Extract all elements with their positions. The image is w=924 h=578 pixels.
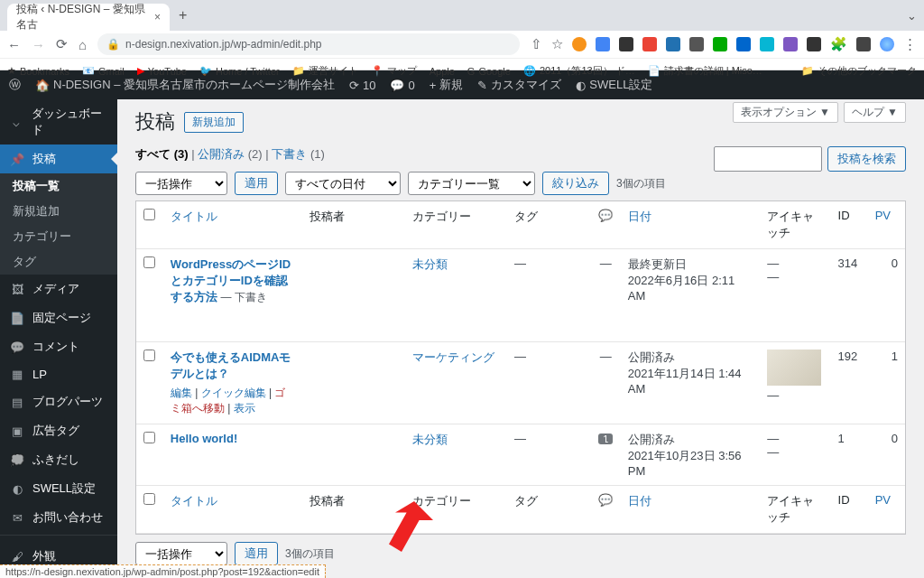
table-row: WordPressのページIDとカテゴリーIDを確認する方法 — 下書き 未分類… [136,249,905,342]
category-link[interactable]: 未分類 [412,257,448,271]
date-filter-select[interactable]: すべての日付 [285,172,401,195]
ext-icon[interactable] [856,37,871,51]
bookmark[interactable]: Apple [430,66,455,77]
reload-icon[interactable]: ⟳ [56,36,68,52]
filter-button[interactable]: 絞り込み [542,172,609,195]
bookmark[interactable]: ★ Bookmarks [7,65,69,77]
sidebar-item-ad-tag[interactable]: ▣広告タグ [0,416,117,445]
window-minimize-icon[interactable]: ⌄ [907,9,917,23]
submenu-add-new[interactable]: 新規追加 [0,199,117,224]
category-link[interactable]: マーケティング [412,350,494,364]
filter-draft[interactable]: 下書き [272,147,307,161]
back-icon[interactable]: ← [7,37,21,52]
submenu-tags[interactable]: タグ [0,249,117,275]
star-icon[interactable]: ☆ [551,36,563,52]
thumbnail [767,350,821,386]
comments-link[interactable]: 💬 0 [390,79,414,92]
quick-edit-link[interactable]: クイック編集 [201,387,266,399]
ext-icon[interactable] [596,37,610,51]
col-title[interactable]: タイトル [163,201,303,249]
url-bar[interactable]: 🔒 n-design.nexivation.jp/wp-admin/edit.p… [97,33,520,55]
bookmark[interactable]: 📍 マップ [371,64,417,78]
bookmark-folder[interactable]: 📁 運営サイト [292,64,358,78]
col-title[interactable]: タイトル [163,486,303,534]
comment-count[interactable]: 1 [598,434,613,444]
puzzle-icon[interactable]: 🧩 [830,36,847,52]
filter-all[interactable]: すべて (3) [135,147,189,161]
sidebar-item-lp[interactable]: ▦LP [0,361,117,387]
category-filter-select[interactable]: カテゴリー一覧 [408,172,535,195]
select-all-checkbox-bottom[interactable] [143,493,155,505]
bookmark[interactable]: G Google [467,66,511,77]
ext-icon[interactable] [783,37,798,51]
category-link[interactable]: 未分類 [412,433,448,446]
bookmark[interactable]: 🌐 2011（第13回） ド… [523,64,635,78]
sidebar-item-swell[interactable]: ◐SWELL設定 [0,474,117,503]
help-button[interactable]: ヘルプ ▼ [844,102,906,123]
ext-icon[interactable] [736,37,751,51]
home-icon[interactable]: ⌂ [79,37,87,52]
sidebar-item-posts[interactable]: 📌投稿 [0,144,117,173]
add-new-button[interactable]: 新規追加 [184,112,244,133]
sidebar-item-comments[interactable]: 💬コメント [0,332,117,361]
share-icon[interactable]: ⇧ [531,36,542,52]
sidebar-item-pages[interactable]: 📄固定ページ [0,303,117,332]
bookmark[interactable]: 📧 Gmail [82,65,125,77]
avatar[interactable] [880,37,894,51]
row-checkbox[interactable] [143,350,155,361]
col-pv[interactable]: PV [868,486,905,534]
col-date[interactable]: 日付 [621,201,761,249]
bulk-action-select-bottom[interactable]: 一括操作 [135,542,227,565]
screen-options-button[interactable]: 表示オプション ▼ [733,102,838,123]
apply-button-bottom[interactable]: 適用 [235,542,278,565]
row-checkbox[interactable] [143,432,155,443]
edit-link[interactable]: 編集 [171,387,192,399]
browser-tab[interactable]: 投稿 ‹ N-DESIGN – 愛知県名古 × [7,4,170,31]
ext-icon[interactable] [807,37,821,51]
ext-icon[interactable] [713,37,727,51]
sidebar-item-media[interactable]: 🖾メディア [0,275,117,303]
bookmark[interactable]: 🐦 Home / Twitter [199,65,280,77]
sidebar-item-dashboard[interactable]: ⌵ダッシュボード [0,99,117,144]
apply-button[interactable]: 適用 [235,172,278,195]
bookmark[interactable]: 📄 請求書の詳細 | Miso… [648,64,762,78]
col-pv[interactable]: PV [868,201,905,249]
sidebar-item-blog-parts[interactable]: ▤ブログパーツ [0,387,117,416]
new-tab-button[interactable]: + [179,7,187,23]
submenu-categories[interactable]: カテゴリー [0,224,117,249]
ext-icon[interactable] [760,37,774,51]
ext-icon[interactable] [689,37,704,51]
select-all-checkbox[interactable] [143,209,155,220]
bulk-action-select[interactable]: 一括操作 [135,172,227,195]
sidebar-item-fukidashi[interactable]: 💭ふきだし [0,445,117,474]
col-comments[interactable]: 💬 [591,486,621,534]
row-checkbox[interactable] [143,256,155,268]
menu-icon[interactable]: ⋮ [903,36,917,52]
ext-icon[interactable] [642,37,657,51]
post-title-link[interactable]: Hello world! [171,432,237,445]
ext-icon[interactable] [666,37,680,51]
wp-logo-icon[interactable]: ⓦ [9,77,21,93]
tab-bar: 投稿 ‹ N-DESIGN – 愛知県名古 × + ⌄ [0,0,924,31]
forward-icon[interactable]: → [32,37,45,52]
ext-icon[interactable] [572,37,587,51]
close-icon[interactable]: × [154,11,161,23]
bookmark[interactable]: ▶ YouTube [137,65,187,77]
new-content[interactable]: + 新規 [430,77,464,93]
search-button[interactable]: 投稿を検索 [827,146,906,172]
view-link[interactable]: 表示 [234,402,255,415]
tags-cell: — [507,249,591,342]
post-title-link[interactable]: 今でも使えるAIDMAモデルとは？ [171,350,291,380]
updates-link[interactable]: ⟳ 10 [349,79,375,92]
swell-link[interactable]: ◐ SWELL設定 [576,77,652,93]
submenu-all-posts[interactable]: 投稿一覧 [0,173,117,199]
ext-icon[interactable] [619,37,633,51]
other-bookmarks[interactable]: 📁 その他のブックマーク [801,64,917,78]
site-name[interactable]: 🏠 N-DESIGN – 愛知県名古屋市のホームページ制作会社 [35,77,335,93]
customize-link[interactable]: ✎ カスタマイズ [477,77,561,93]
sidebar-item-contact[interactable]: ✉お問い合わせ [0,503,117,532]
search-input[interactable] [714,146,822,172]
filter-published[interactable]: 公開済み [198,147,245,161]
col-date[interactable]: 日付 [621,486,761,534]
col-comments[interactable]: 💬 [591,201,621,249]
